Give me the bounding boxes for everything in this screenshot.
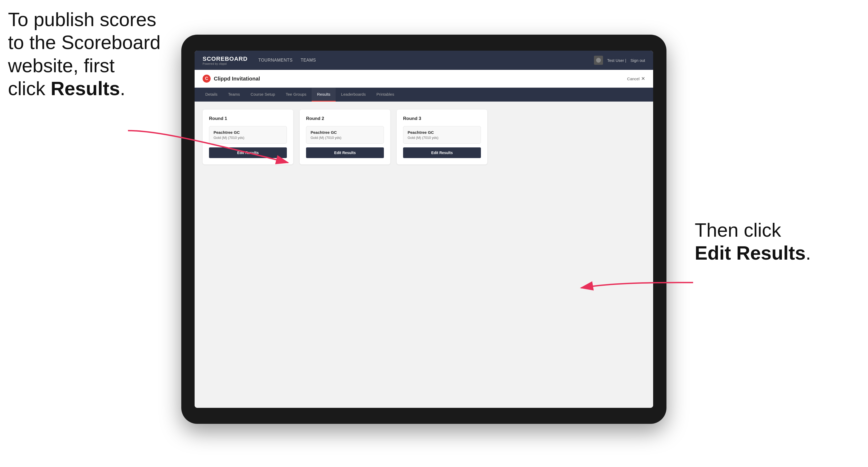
round-3-course-name: Peachtree GC: [408, 130, 476, 135]
close-icon: ✕: [641, 76, 645, 82]
nav-links: TOURNAMENTS TEAMS: [258, 57, 594, 64]
round-1-course-info: Gold (M) (7010 yds): [214, 136, 282, 140]
round-1-edit-results-button[interactable]: Edit Results: [209, 147, 287, 158]
nav-right: Test User | Sign out: [594, 56, 645, 65]
tab-details[interactable]: Details: [200, 88, 223, 101]
round-2-course-info: Gold (M) (7010 yds): [311, 136, 379, 140]
nav-sign-out[interactable]: Sign out: [630, 58, 645, 63]
tournament-title-area: C Clippd Invitational: [203, 75, 260, 83]
tab-teams[interactable]: Teams: [223, 88, 245, 101]
instruction-results-bold: Results: [51, 78, 120, 99]
user-avatar: [594, 56, 603, 65]
tablet-screen: SCOREBOARD Powered by clippd TOURNAMENTS…: [195, 51, 653, 408]
round-2-card: Round 2 Peachtree GC Gold (M) (7010 yds)…: [300, 110, 390, 164]
tournament-bar: C Clippd Invitational Cancel ✕: [195, 70, 653, 88]
cancel-label: Cancel: [627, 76, 640, 81]
instruction-line4: click Results.: [8, 78, 125, 99]
tablet-frame: SCOREBOARD Powered by clippd TOURNAMENTS…: [181, 35, 666, 424]
instruction-right: Then click Edit Results.: [695, 219, 833, 265]
logo-area: SCOREBOARD Powered by clippd: [203, 56, 248, 65]
tab-leaderboards[interactable]: Leaderboards: [336, 88, 371, 101]
round-1-course-name: Peachtree GC: [214, 130, 282, 135]
instruction-line1: To publish scores: [8, 9, 156, 30]
round-2-title: Round 2: [306, 116, 384, 121]
tournament-name: Clippd Invitational: [214, 76, 260, 82]
tab-printables[interactable]: Printables: [371, 88, 400, 101]
nav-user-text: Test User |: [607, 58, 626, 63]
round-3-course-info: Gold (M) (7010 yds): [408, 136, 476, 140]
top-nav: SCOREBOARD Powered by clippd TOURNAMENTS…: [195, 51, 653, 70]
logo-sub: Powered by clippd: [203, 62, 248, 65]
instruction-edit-results-bold: Edit Results: [695, 242, 806, 263]
tab-course-setup[interactable]: Course Setup: [245, 88, 280, 101]
rounds-grid: Round 1 Peachtree GC Gold (M) (7010 yds)…: [203, 110, 645, 164]
cancel-button[interactable]: Cancel ✕: [627, 76, 645, 82]
round-1-card: Round 1 Peachtree GC Gold (M) (7010 yds)…: [203, 110, 293, 164]
tournament-icon: C: [203, 75, 211, 83]
round-1-course-card: Peachtree GC Gold (M) (7010 yds): [209, 126, 287, 144]
tab-bar: Details Teams Course Setup Tee Groups Re…: [195, 88, 653, 101]
round-3-title: Round 3: [403, 116, 481, 121]
round-2-edit-results-button[interactable]: Edit Results: [306, 147, 384, 158]
main-content: Round 1 Peachtree GC Gold (M) (7010 yds)…: [195, 101, 653, 408]
instruction-right-line1: Then click: [695, 219, 781, 241]
logo-text: SCOREBOARD: [203, 56, 248, 62]
round-3-edit-results-button[interactable]: Edit Results: [403, 147, 481, 158]
round-2-course-card: Peachtree GC Gold (M) (7010 yds): [306, 126, 384, 144]
user-avatar-inner: [596, 58, 601, 63]
nav-tournaments[interactable]: TOURNAMENTS: [258, 57, 293, 64]
round-3-card: Round 3 Peachtree GC Gold (M) (7010 yds)…: [397, 110, 487, 164]
round-2-course-name: Peachtree GC: [311, 130, 379, 135]
round-3-course-card: Peachtree GC Gold (M) (7010 yds): [403, 126, 481, 144]
instruction-line2: to the Scoreboard: [8, 32, 160, 53]
tab-results[interactable]: Results: [312, 88, 336, 101]
instruction-line4-normal: click: [8, 78, 51, 99]
tab-tee-groups[interactable]: Tee Groups: [280, 88, 312, 101]
instruction-right-period: .: [806, 242, 811, 263]
instruction-line3: website, first: [8, 55, 115, 76]
round-1-title: Round 1: [209, 116, 287, 121]
nav-teams[interactable]: TEAMS: [301, 57, 316, 64]
instruction-left: To publish scores to the Scoreboard webs…: [8, 8, 168, 100]
